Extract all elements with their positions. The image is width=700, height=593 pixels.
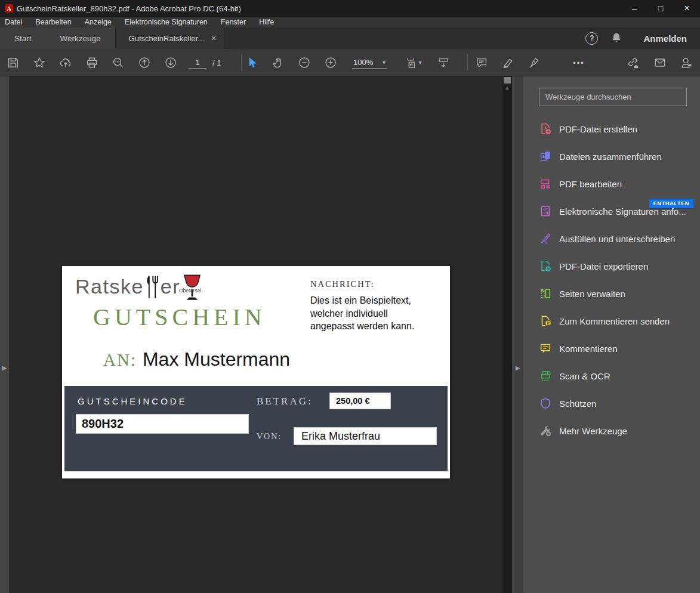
request-signatures-icon xyxy=(539,205,552,218)
protect-shield-icon xyxy=(539,397,552,410)
select-tool-cursor-icon[interactable] xyxy=(243,54,260,71)
notifications-bell-icon[interactable] xyxy=(610,32,623,45)
zoom-level-combobox[interactable]: 100% ▾ xyxy=(352,57,387,69)
logo-text-left: Ratske xyxy=(75,273,144,299)
tool-item-export-pdf[interactable]: PDF-Datei exportieren xyxy=(523,252,700,280)
tool-item-fill-sign[interactable]: Ausfüllen und unterschreiben xyxy=(523,225,700,252)
edit-pdf-icon xyxy=(539,177,552,190)
menu-datei[interactable]: Datei xyxy=(5,18,22,26)
tools-panel: PDF-Datei erstellen Dateien zusammenführ… xyxy=(523,76,700,593)
chevron-down-icon: ▾ xyxy=(418,59,421,66)
message-label: NACHRICHT: xyxy=(310,279,375,289)
amount-field[interactable]: 250,00 € xyxy=(329,393,391,409)
toolbar-divider xyxy=(467,54,468,71)
tab-bar: Start Werkzeuge GutscheinRatskeller... ×… xyxy=(0,27,700,49)
right-pane-toggle-icon[interactable]: ▶ xyxy=(512,365,523,371)
help-icon[interactable]: ? xyxy=(585,32,598,45)
tool-item-comment[interactable]: Kommentieren xyxy=(523,335,700,362)
minimize-button[interactable]: – xyxy=(621,0,647,17)
more-tools-wrench-icon xyxy=(539,424,552,437)
tool-item-request-signatures[interactable]: ENTHALTEN Elektronische Signaturen anfo.… xyxy=(523,197,700,225)
tool-item-protect[interactable]: Schützen xyxy=(523,390,700,417)
tool-item-scan-ocr[interactable]: Scan & OCR xyxy=(523,362,700,390)
close-button[interactable]: × xyxy=(674,0,700,17)
zoom-in-icon[interactable] xyxy=(322,54,339,71)
scrollbar-thumb[interactable] xyxy=(504,77,511,84)
page-count-label: / 1 xyxy=(212,58,221,67)
export-pdf-icon xyxy=(539,260,552,273)
search-icon[interactable] xyxy=(110,54,127,71)
logo-text-right: er xyxy=(161,273,180,299)
combine-files-icon xyxy=(539,150,552,163)
recipient-name-field[interactable]: Max Mustermann xyxy=(143,348,290,370)
sign-pen-icon[interactable] xyxy=(526,54,542,71)
scan-ocr-icon xyxy=(539,369,552,382)
hand-tool-icon[interactable] xyxy=(270,54,286,71)
menu-fenster[interactable]: Fenster xyxy=(221,18,246,26)
previous-page-icon[interactable] xyxy=(136,54,153,71)
menu-hilfe[interactable]: Hilfe xyxy=(259,18,274,26)
more-options-icon[interactable]: ••• xyxy=(566,56,592,69)
included-badge: ENTHALTEN xyxy=(649,199,693,208)
reading-mode-icon[interactable] xyxy=(435,54,452,71)
scroll-up-icon[interactable]: ▲ xyxy=(502,85,512,91)
cloud-upload-icon[interactable] xyxy=(57,54,74,71)
message-text: Dies ist ein Beispieltext, welcher indiv… xyxy=(310,294,414,333)
voucher-code-field[interactable]: 890H32 xyxy=(76,414,249,434)
email-icon[interactable] xyxy=(652,54,668,71)
recipient-label: AN: xyxy=(103,350,137,370)
print-icon[interactable] xyxy=(84,54,100,71)
star-favorite-icon[interactable] xyxy=(31,54,48,71)
save-icon[interactable] xyxy=(5,54,21,71)
chevron-down-icon: ▾ xyxy=(383,59,386,66)
title-bar: A GutscheinRatskeller_890h32.pdf - Adobe… xyxy=(0,0,700,17)
voucher-code-label: GUTSCHEINCODE xyxy=(78,396,187,406)
page-number-input[interactable] xyxy=(189,57,206,69)
tool-item-more-tools[interactable]: Mehr Werkzeuge xyxy=(523,417,700,444)
menu-bearbeiten[interactable]: Bearbeiten xyxy=(35,18,71,26)
menu-anzeige[interactable]: Anzeige xyxy=(85,18,112,26)
create-pdf-icon xyxy=(539,122,552,135)
tab-document[interactable]: GutscheinRatskeller... × xyxy=(115,27,226,49)
tool-item-create-pdf[interactable]: PDF-Datei erstellen xyxy=(523,115,700,143)
tool-item-edit-pdf[interactable]: PDF bearbeiten xyxy=(523,170,700,197)
next-page-icon[interactable] xyxy=(162,54,179,71)
toolbar-divider xyxy=(241,54,242,71)
comment-bubble-icon[interactable] xyxy=(473,54,490,71)
amount-label: BETRAG: xyxy=(257,396,313,407)
highlighter-icon[interactable] xyxy=(499,54,516,71)
fit-width-icon[interactable]: ▾ xyxy=(401,54,425,71)
menu-elektronische-signaturen[interactable]: Elektronische Signaturen xyxy=(125,18,208,26)
voucher-code-section: GUTSCHEINCODE 890H32 BETRAG: 250,00 € VO… xyxy=(64,386,448,471)
left-pane-strip: ▶ xyxy=(0,76,9,593)
zoom-level-value: 100% xyxy=(353,58,373,67)
tab-werkzeuge[interactable]: Werkzeuge xyxy=(46,27,115,49)
tab-document-label: GutscheinRatskeller... xyxy=(129,34,204,43)
maximize-button[interactable]: □ xyxy=(647,0,674,17)
add-account-person-icon[interactable] xyxy=(678,54,695,71)
vertical-scrollbar[interactable]: ▲ xyxy=(502,76,512,593)
fill-sign-icon xyxy=(539,232,552,245)
voucher-title: GUTSCHEIN xyxy=(93,303,266,331)
share-link-icon[interactable] xyxy=(624,54,641,71)
send-for-comments-icon xyxy=(539,314,552,328)
tab-close-icon[interactable]: × xyxy=(211,33,216,43)
menu-bar: Datei Bearbeiten Anzeige Elektronische S… xyxy=(0,17,700,27)
tools-search-input[interactable] xyxy=(539,88,687,106)
tool-item-combine-files[interactable]: Dateien zusammenführen xyxy=(523,143,700,170)
tool-item-send-for-comments[interactable]: Zum Kommentieren senden xyxy=(523,307,700,335)
left-pane-toggle-icon[interactable]: ▶ xyxy=(0,365,9,371)
window-title: GutscheinRatskeller_890h32.pdf - Adobe A… xyxy=(17,4,241,13)
main-toolbar: / 1 100% ▾ ▾ ••• xyxy=(0,49,700,76)
acrobat-app-icon: A xyxy=(5,4,13,13)
organize-pages-icon xyxy=(539,287,552,300)
comment-icon xyxy=(539,342,552,355)
tool-item-organize-pages[interactable]: Seiten verwalten xyxy=(523,280,700,307)
logo-subtext: Oberursel xyxy=(179,288,201,294)
from-field[interactable]: Erika Musterfrau xyxy=(294,427,437,445)
right-pane-strip: ▶ xyxy=(512,76,523,593)
sign-in-link[interactable]: Anmelden xyxy=(643,33,687,44)
zoom-out-icon[interactable] xyxy=(296,54,313,71)
tab-start[interactable]: Start xyxy=(0,27,46,49)
pdf-page: Ratske er Oberursel GUTSCHEIN NACHRICHT:… xyxy=(62,266,450,478)
